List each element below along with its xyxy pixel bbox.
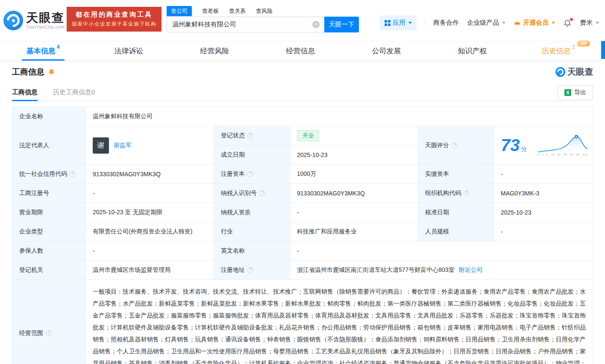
field-value-company-name: 温州象鲜科技有限公司 xyxy=(86,107,593,126)
field-label-paid-capital: 实缴资本 xyxy=(418,165,494,184)
tab-history-info-label: 历史信息 xyxy=(542,46,571,56)
field-label-taxpayer-quality: 纳税人资质 xyxy=(214,203,290,222)
tab-intellectual-property[interactable]: 知识产权 xyxy=(429,41,515,61)
business-cooperation-link[interactable]: 商务合作 xyxy=(433,19,459,27)
search-button[interactable]: 天眼一下 xyxy=(324,17,359,32)
export-button[interactable]: X 导出 xyxy=(558,85,593,100)
enterprise-products-menu[interactable]: 企业级产品 xyxy=(467,19,505,27)
score-sparkline xyxy=(537,134,588,153)
tab-company-development-label: 公司发展 xyxy=(372,46,401,56)
header-menu: 应用 商务合作 企业级产品 开通会员 费米 xyxy=(380,15,599,30)
tianyancha-logo[interactable]: 天眼查 TianYanCha.com xyxy=(3,11,65,30)
subtab-history-business-info-label: 历史工商信息0 xyxy=(53,88,95,96)
subtab-history-business-info[interactable]: 历史工商信息0 xyxy=(53,84,95,101)
open-vip-menu[interactable]: 开通会员 xyxy=(514,19,555,27)
field-label-industry: 行业 xyxy=(214,222,290,242)
chevron-down-icon xyxy=(408,22,412,24)
field-label-reg-capital: 注册资本 ? xyxy=(214,165,290,184)
tianyancha-watermark-icon xyxy=(555,67,565,77)
field-value-approve-date: 2025-10-23 xyxy=(494,203,593,222)
field-value-org-code: MAG0Y3MK-3 xyxy=(494,184,593,203)
field-value-taxpayer-quality: - xyxy=(290,203,418,222)
subscribe-bell-icon[interactable] xyxy=(48,68,55,76)
clear-input-icon[interactable]: × xyxy=(312,21,320,28)
help-icon[interactable]: ? xyxy=(259,190,265,196)
nearby-companies-link[interactable]: 附近公司 xyxy=(459,266,483,274)
tab-basic-info[interactable]: 基本信息 4 xyxy=(0,41,86,61)
search-tab-risk[interactable]: 查风险 xyxy=(256,7,273,15)
field-label-business-term: 营业期限 xyxy=(12,203,86,222)
vip-badge: VIP xyxy=(577,41,590,47)
field-label-org-code: 组织机构代码 ? xyxy=(418,184,494,203)
tab-history-info[interactable]: 历史信息 2 VIP xyxy=(515,41,601,61)
business-cooperation-label: 商务合作 xyxy=(433,19,459,27)
tab-history-info-count: 2 xyxy=(572,44,575,50)
menu-divider xyxy=(425,20,425,26)
field-value-company-type: 有限责任公司(外商投资企业法人独资) xyxy=(86,222,214,242)
help-icon[interactable]: ? xyxy=(247,171,253,177)
section-header: 工商信息 天眼查 xyxy=(12,66,593,78)
tab-operation-risk[interactable]: 经营风险 xyxy=(172,41,258,61)
tab-operation-risk-label: 经营风险 xyxy=(200,46,229,56)
excel-icon: X xyxy=(564,89,571,96)
field-value-business-term: 2025-10-23 至 无固定期限 xyxy=(86,203,214,222)
field-label-reg-address: 注册地址 ? xyxy=(214,261,290,280)
field-value-reg-authority: 温州市鹿城区市场监督管理局 xyxy=(86,261,214,280)
field-value-taxpayer-no: 91330302MAG0Y3MK3Q xyxy=(290,184,418,203)
sub-tabs: 工商信息 历史工商信息0 X 导出 xyxy=(12,84,593,101)
slogan-line2: 国家中小企业发展子基金旗下机构 xyxy=(72,20,156,28)
help-icon[interactable]: ? xyxy=(464,190,470,196)
crown-icon xyxy=(514,19,521,26)
enterprise-products-label: 企业级产品 xyxy=(467,19,499,27)
tab-legal-litigation-label: 法律诉讼 xyxy=(115,46,144,56)
field-label-reg-status: 登记状态 ? xyxy=(214,126,290,146)
notification-bell[interactable] xyxy=(563,19,572,27)
scrollbar-thumb[interactable] xyxy=(601,41,605,59)
export-button-label: 导出 xyxy=(574,89,586,96)
subtab-business-info-label: 工商信息 xyxy=(12,88,38,96)
brand-slogan-banner: 都在用的商业查询工具 国家中小企业发展子基金旗下机构 xyxy=(67,7,162,32)
tab-basic-info-label: 基本信息 xyxy=(26,46,56,56)
field-value-reg-address: 浙江省温州市鹿城区南汇街道车站大道577号财富中心803室 附近公司 xyxy=(290,261,593,280)
subtab-business-info[interactable]: 工商信息 xyxy=(12,84,38,101)
legal-rep-avatar[interactable]: 谢 xyxy=(93,137,109,154)
search-input[interactable] xyxy=(167,17,324,32)
tab-intellectual-property-label: 知识产权 xyxy=(458,46,487,56)
score-axis-ticks: 0151550859799100 xyxy=(537,153,588,157)
field-value-paid-capital: - xyxy=(494,165,593,184)
field-value-establish-date: 2025-10-23 xyxy=(290,146,418,165)
tab-company-development[interactable]: 公司发展 xyxy=(344,41,429,61)
search-tab-boss[interactable]: 查老板 xyxy=(202,7,219,15)
help-icon[interactable]: ? xyxy=(46,330,52,336)
apps-menu[interactable]: 应用 xyxy=(380,15,417,30)
open-vip-label: 开通会员 xyxy=(523,19,549,27)
field-label-credit-code: 统一社会信用代码 ? xyxy=(12,165,86,184)
search-tab-relation[interactable]: 查关系 xyxy=(229,7,246,15)
section-watermark: 天眼查 xyxy=(555,66,593,78)
help-icon[interactable]: ? xyxy=(247,267,253,273)
field-label-insured-num: 参保人数 xyxy=(12,242,86,261)
username-label: 费米 xyxy=(580,19,593,27)
search-tab-company[interactable]: 查公司 xyxy=(167,6,192,16)
chevron-down-icon xyxy=(596,22,599,24)
help-icon[interactable]: ? xyxy=(247,133,253,139)
field-label-reg-authority: 登记机关 xyxy=(12,261,86,280)
tab-legal-litigation[interactable]: 法律诉讼 xyxy=(86,41,172,61)
help-icon[interactable]: ? xyxy=(70,171,76,177)
field-value-reg-capital: 1000万 xyxy=(290,165,418,184)
score-unit: 分 xyxy=(521,146,527,153)
legal-rep-link[interactable]: 谢益军 xyxy=(114,142,132,149)
apps-menu-label: 应用 xyxy=(393,19,405,27)
slogan-line1: 都在用的商业查询工具 xyxy=(76,11,153,19)
watermark-brand-text: 天眼查 xyxy=(567,66,593,78)
tab-operation-info[interactable]: 经营信息 xyxy=(258,41,344,61)
help-icon[interactable]: ? xyxy=(452,143,458,149)
field-label-approve-date: 核准日期 xyxy=(418,203,494,222)
chevron-down-icon xyxy=(552,22,555,24)
user-menu[interactable]: 费米 xyxy=(580,19,599,27)
field-label-legal-rep: 法定代表人 xyxy=(12,126,86,165)
company-nav-tabs: 基本信息 4 法律诉讼 经营风险 经营信息 公司发展 知识产权 历史信息 2 V… xyxy=(0,41,601,61)
field-value-score: 73 分 01515508597991 xyxy=(494,126,593,165)
score-chart: 0151550859799100 xyxy=(537,134,588,157)
notification-dot xyxy=(570,18,573,21)
